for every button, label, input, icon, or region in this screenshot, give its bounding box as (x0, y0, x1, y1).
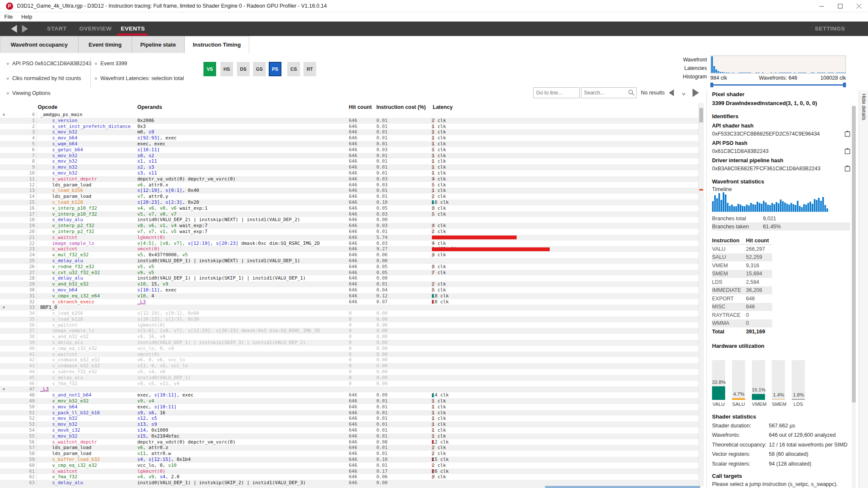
table-row[interactable]: 7s_mov_b32s0, s26460.011 clk (0, 153, 698, 159)
table-row[interactable]: 44v_subrev_f32_e32v5, v4, v600.00 (0, 369, 698, 375)
table-row[interactable]: 21s_waitcntlgkmcnt(0)6465.74917 clk (0, 235, 698, 241)
table-row[interactable]: 39s_delay_aluinstid0(VALU_DEP_1) | insts… (0, 340, 698, 346)
table-row[interactable]: 22image_sample_lzv[4:5], [v8, v7], s[12:… (0, 241, 698, 247)
chevron-down-icon[interactable]: ∨ (682, 91, 686, 96)
table-row[interactable]: 27v_cvt_u32_f32_e32v9, v56460.057 clk (0, 270, 698, 276)
table-row[interactable]: 32s_cbranch_execz_L36460.0710 clk (0, 299, 698, 305)
table-row[interactable]: 42v_cndmask_b32_e32v6, 0, v6, vcc_lo00.0… (0, 357, 698, 363)
forward-arrow-icon[interactable] (22, 25, 28, 33)
table-row[interactable]: 10s_mov_b32s3, s116460.011 clk (0, 170, 698, 176)
table-label-row[interactable]: ∨0_amdgpu_ps_main (0, 112, 698, 118)
table-row[interactable]: 26v_rndne_f32_e32v5, v56460.058 clk (0, 264, 698, 270)
table-row[interactable]: 16v_interp_p10_f32v4, v6, v0, v6 wait_ex… (0, 205, 698, 211)
table-row[interactable]: 59s_buffer_load_b32s4, s[12:15], 0x1b464… (0, 457, 698, 463)
table-row[interactable]: 15s_load_b128s[20:23], s[2:3], 0x206460.… (0, 200, 698, 205)
column-latency[interactable]: Latency (433, 104, 453, 110)
table-label-row[interactable]: ∨47_L3 (0, 386, 698, 392)
stage-button-hs[interactable]: HS (220, 62, 233, 76)
table-row[interactable]: 62v_fma_f32v4, v9, s4, 2.06460.068 clk (0, 474, 698, 480)
table-row[interactable]: 12lds_param_loadv6, attr0.x6460.035 clk (0, 182, 698, 188)
table-row[interactable]: 14lds_param_loadv7, attr0.y6460.012 clk (0, 194, 698, 200)
histogram-range-slider[interactable] (710, 84, 846, 86)
table-row[interactable]: 46v_fma_f32v9, v5, v11, v400.00 (0, 381, 698, 387)
column-hit-count[interactable]: Hit count (349, 104, 372, 110)
copy-to-clipboard-icon[interactable] (845, 148, 850, 154)
slider-handle-left[interactable] (710, 83, 713, 87)
clks-filter[interactable]: ∨Clks normalized by hit counts (6, 75, 81, 81)
table-row[interactable]: 1s_version0x20066460.012 clk (0, 118, 698, 124)
api-pso-filter[interactable]: ∨API PSO 0x61C8C1D8A83B2243 (6, 61, 92, 67)
table-row[interactable]: 45s_delay_aluinstid0(VALU_DEP_1)00.00 (0, 375, 698, 381)
table-row[interactable]: 3s_mov_b32m0, s96460.011 clk (0, 129, 698, 135)
subtab-event-timing[interactable]: Event timing (78, 36, 132, 53)
column-instruction-cost[interactable]: Instruction cost (%) (376, 104, 426, 110)
table-row[interactable]: 60v_cmp_eq_i32_e32vcc_lo, 0, v106460.012… (0, 463, 698, 469)
close-button[interactable] (849, 0, 868, 12)
column-operands[interactable]: Operands (137, 104, 162, 110)
table-row[interactable]: 38v_and_b32_e32v9, 16, v900.00 (0, 334, 698, 340)
table-row[interactable]: 49v_mov_b32_e32v9, v46460.011 clk (0, 398, 698, 404)
tab-start[interactable]: START (47, 22, 67, 36)
stage-button-cs[interactable]: CS (287, 62, 300, 76)
back-arrow-icon[interactable] (11, 25, 17, 33)
table-row[interactable]: 5s_wqm_b64exec, exec6460.011 clk (0, 141, 698, 147)
table-row[interactable]: 43v_cndmask_b32_e32v11, 0, v5, vcc_lo00.… (0, 363, 698, 369)
table-row[interactable]: 41s_waitcntvmcnt(0)00.00 (0, 352, 698, 358)
stage-button-ps[interactable]: PS (269, 62, 281, 76)
table-row[interactable]: 4s_mov_b64s[92:93], exec6460.011 clk (0, 135, 698, 141)
table-row[interactable]: 63s_delay_aluinstid0(VALU_DEP_1) | insts… (0, 480, 698, 486)
table-row[interactable]: 18s_delay_aluinstid0(VALU_DEP_2) | insts… (0, 217, 698, 223)
table-row[interactable]: 8s_mov_b32s1, s116460.011 clk (0, 158, 698, 164)
hide-details-panel[interactable]: Hide details (859, 90, 868, 488)
wavefront-latencies-filter[interactable]: ∨Wavefront Latencies: selection total (94, 75, 184, 81)
subtab-wavefront-occupancy[interactable]: Wavefront occupancy (0, 36, 78, 53)
table-row[interactable]: 9s_mov_b32s2, s36460.011 clk (0, 164, 698, 170)
table-row[interactable]: 37image_sample_lzv[5:6], [v8, v7], s[12:… (0, 328, 698, 334)
column-opcode[interactable]: Opcode (38, 104, 58, 110)
details-scrollbar-thumb[interactable] (852, 106, 856, 402)
table-row[interactable]: 11s_waitcnt_depctrdepctr_va_vdst(0) depc… (0, 176, 698, 182)
table-row[interactable]: 53s_mov_b32s13, s96460.011 clk (0, 421, 698, 427)
subtab-pipeline-state[interactable]: Pipeline state (132, 36, 184, 53)
table-row[interactable]: 55s_mov_b32s15, 0x2104bfac6460.011 clk (0, 433, 698, 439)
table-row[interactable]: 61s_waitcntlgkmcnt(0)6460.1726 clk (0, 469, 698, 474)
table-row[interactable]: 36s_waitcntlgkmcnt(0)00.00 (0, 322, 698, 328)
table-row[interactable]: 50s_mov_b64exec, s[10:11]6460.011 clk (0, 404, 698, 410)
goto-line-input[interactable] (533, 87, 580, 98)
table-row[interactable]: 23s_waitcntvmcnt(0)6469.271,482 clk (0, 246, 698, 252)
table-hscrollbar-thumb[interactable] (545, 486, 700, 488)
table-label-row[interactable]: ∨33BBF1_0 (0, 305, 698, 311)
table-scrollbar-thumb[interactable] (699, 108, 703, 122)
table-row[interactable]: 52s_mov_b32s12, s56460.011 clk (0, 416, 698, 421)
next-result-icon[interactable] (693, 89, 699, 97)
previous-result-icon[interactable] (669, 89, 674, 96)
table-row[interactable]: 31v_cmpx_eq_i32_e64v10, 46460.1218 clk (0, 293, 698, 299)
table-row[interactable]: 29v_and_b32_e32v10, 15, v96460.012 clk (0, 281, 698, 287)
table-vertical-scrollbar[interactable] (698, 103, 704, 486)
table-row[interactable]: 6s_getpc_b64s[10:11]6460.035 clk (0, 147, 698, 153)
table-row[interactable]: 40v_cmp_eq_i32_e32vcc_lo, 0, v900.00 (0, 346, 698, 352)
stage-button-ds[interactable]: DS (237, 62, 250, 76)
minimize-button[interactable] (812, 0, 831, 12)
table-row[interactable]: 56s_waitcnt_depctrdepctr_va_vdst(0) depc… (0, 439, 698, 445)
event-filter[interactable]: ∨Event 3399 (94, 61, 127, 67)
table-row[interactable]: 13s_load_b256s[12:19], s[0:1], 0x406460.… (0, 188, 698, 194)
operand-branch-link[interactable]: _L3 (137, 299, 146, 305)
table-row[interactable]: 28s_delay_aluinstid0(VALU_DEP_1) | insts… (0, 275, 698, 281)
maximize-button[interactable] (831, 0, 849, 12)
slider-handle-right[interactable] (843, 83, 846, 87)
table-row[interactable]: 57lds_param_loadv6, attr0.z6460.012 clk (0, 445, 698, 451)
stage-button-rt[interactable]: RT (303, 62, 316, 76)
subtab-instruction-timing[interactable]: Instruction Timing (184, 36, 249, 53)
menu-help[interactable]: Help (17, 14, 36, 20)
table-row[interactable]: 48s_and_not1_b64exec, s[10:11], exec6460… (0, 392, 698, 398)
table-row[interactable]: 51s_pack_ll_b32_b16s9, s6, 166460.011 cl… (0, 410, 698, 416)
table-row[interactable]: 20v_interp_p2_f32v7, v7, v1, v5 wait_exp… (0, 229, 698, 235)
tab-settings[interactable]: SETTINGS (815, 22, 845, 36)
viewing-options-filter[interactable]: ∨Viewing Options (6, 90, 50, 96)
stage-button-gs[interactable]: GS (253, 62, 266, 76)
menu-file[interactable]: File (0, 14, 17, 20)
table-row[interactable]: 17v_interp_p10_f32v5, v7, v0, v76460.035… (0, 211, 698, 217)
copy-to-clipboard-icon[interactable] (845, 165, 850, 172)
stage-button-vs[interactable]: VS (203, 62, 216, 76)
